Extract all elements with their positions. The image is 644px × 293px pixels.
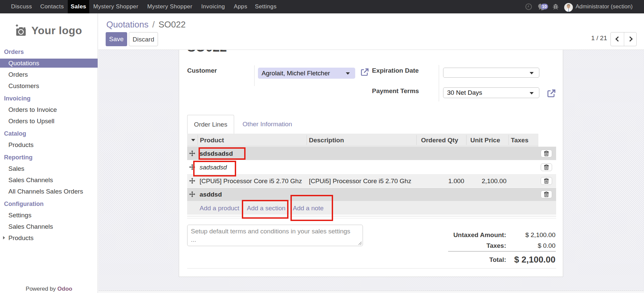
svg-text:10: 10 [542,4,547,9]
